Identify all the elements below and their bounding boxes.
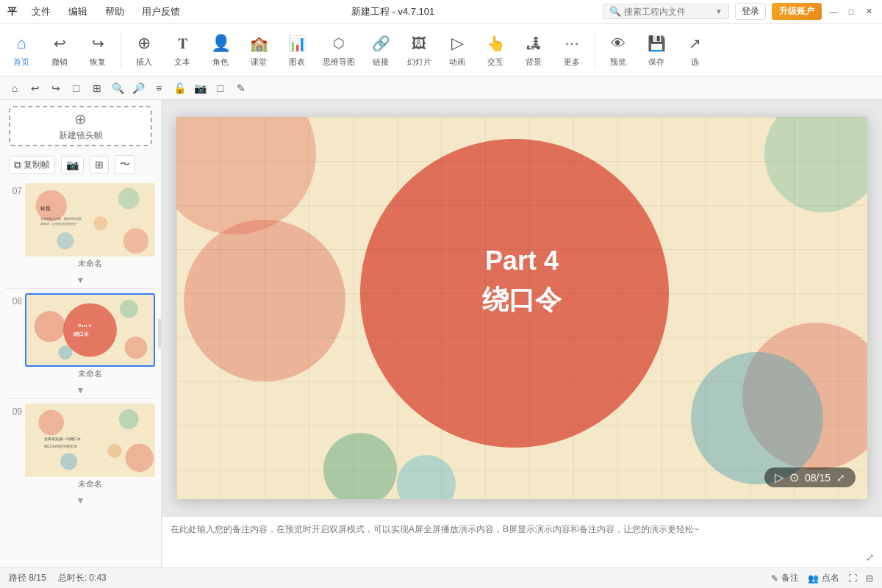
annotation-label: 备注 [781,572,799,584]
main-layout: ⊕ 新建镜头帧 ⧉ 复制帧 📷 ⊞ 〜 07 [0,100,882,567]
fullscreen-button[interactable]: ⛶ [848,573,857,584]
search-icon: 🔍 [609,6,621,17]
toolbar-animation[interactable]: ▷ 动画 [439,29,476,71]
play-icon: ▷ [775,470,784,484]
callname-button[interactable]: 👥 点名 [808,572,839,584]
toolbar-mindmap[interactable]: ⬡ 思维导图 [317,29,361,71]
toolbar-more[interactable]: ⋯ 更多 [553,29,590,71]
callname-label: 点名 [822,572,839,584]
sidebar: ⊕ 新建镜头帧 ⧉ 复制帧 📷 ⊞ 〜 07 [0,100,162,567]
toolbar-redo[interactable]: ↪ 恢复 [79,29,116,71]
upgrade-button[interactable]: 升级账户 [772,3,822,20]
counter-icon: ⊙ [789,470,799,484]
select-icon: ↗ [689,32,701,55]
annotation-button[interactable]: ✎ 备注 [771,572,799,584]
slide-expand-08[interactable]: ▼ [76,385,85,395]
slide-expand-09[interactable]: ▼ [76,495,85,506]
preview-label: 预览 [610,57,626,68]
toolbar-undo[interactable]: ↩ 撤销 [41,29,78,71]
maximize-button[interactable]: □ [845,6,857,18]
search-dropdown-icon[interactable]: ▼ [715,7,723,15]
toolbar-class[interactable]: 🏫 课堂 [240,29,277,71]
sec-list-btn[interactable]: ≡ [150,79,168,97]
sec-camera-btn[interactable]: 📷 [191,79,209,97]
toolbar-preview[interactable]: 👁 预览 [600,29,637,71]
search-box[interactable]: 🔍 ▼ [603,4,729,19]
save-icon: 💾 [648,32,666,55]
toolbar-role[interactable]: 👤 角色 [202,29,239,71]
toolbar-background[interactable]: 🏞 背景 [515,29,552,71]
sec-zoomout-btn[interactable]: 🔎 [129,79,147,97]
toolbar-home[interactable]: ⌂ 首页 [3,29,40,71]
mindmap-icon: ⬡ [333,32,345,55]
sec-grid-btn[interactable]: ⊞ [88,79,106,97]
select-label: 选 [691,57,699,68]
slide-num-07: 07 [6,183,22,196]
collapse-status-button[interactable]: ⊟ [866,573,873,584]
platform-label: 平 [7,5,17,18]
wave-tool-button[interactable]: 〜 [115,155,135,174]
svg-point-11 [35,311,65,342]
circle-bottomright-teal [691,352,823,484]
slides-list: 07 标题 在此处输入内容，预览时开启双 屏模式，让您的演示更轻松~ [0,177,161,567]
slide-label-07: 未命名 [25,257,155,270]
slide-item-09[interactable]: 09 全班来完成一句绕口令 绕口令内容示例文本 [0,401,161,494]
background-label: 背景 [526,57,542,68]
camera-tool-button[interactable]: 📷 [61,156,84,173]
new-slide-button[interactable]: ⊕ 新建镜头帧 [9,106,152,146]
sec-fwd-btn[interactable]: ↪ [47,79,65,97]
redo-icon: ↪ [92,32,104,55]
sec-home-btn[interactable]: ⌂ [6,79,24,97]
toolbar-link[interactable]: 🔗 链接 [362,29,399,71]
menu-help[interactable]: 帮助 [102,4,127,20]
sec-edit-btn[interactable]: ✎ [232,79,250,97]
menu-feedback[interactable]: 用户反馈 [139,4,183,20]
notes-expand-button[interactable]: ⤢ [866,551,875,563]
slide-expand-07[interactable]: ▼ [76,275,85,285]
role-icon: 👤 [211,32,231,55]
svg-text:标题: 标题 [40,206,51,211]
more-label: 更多 [564,57,580,68]
sec-back-btn[interactable]: ↩ [26,79,44,97]
link-label: 链接 [373,57,389,68]
insert-icon: ⊕ [137,32,151,55]
slide-canvas[interactable]: Part 4 绕口令 ▷ ⊙ 08/15 ⤢ [176,117,867,499]
circle-bottomleft-blue [397,455,456,499]
sec-lock-btn[interactable]: 🔓 [171,79,188,97]
toolbar-save[interactable]: 💾 保存 [638,29,675,71]
toolbar-slideshow[interactable]: 🖼 幻灯片 [401,29,437,71]
secondary-toolbar: ⌂ ↩ ↪ □ ⊞ 🔍 🔎 ≡ 🔓 📷 □ ✎ [0,76,882,100]
search-input[interactable] [624,7,712,17]
toolbar-insert[interactable]: ⊕ 插入 [126,29,162,71]
notes-textarea[interactable] [171,523,873,562]
svg-text:全班来完成一句绕口令: 全班来完成一句绕口令 [44,437,81,441]
main-toolbar: ⌂ 首页 ↩ 撤销 ↪ 恢复 ⊕ 插入 𝐓 文本 👤 角色 🏫 课堂 📊 图表 … [0,24,882,76]
mindmap-label: 思维导图 [323,57,355,68]
notes-area: ⤢ [162,516,882,567]
minimize-button[interactable]: — [828,6,839,18]
home-icon: ⌂ [16,32,26,55]
svg-point-4 [57,232,74,249]
app-title: 新建工程 - v4.7.101 [351,5,434,18]
collapse-status-icon: ⊟ [866,573,873,584]
toolbar-interact[interactable]: 👆 交互 [477,29,514,71]
sec-zoomin-btn[interactable]: 🔍 [109,79,126,97]
menu-edit[interactable]: 编辑 [65,4,90,20]
new-slide-icon: ⊕ [74,110,87,128]
slide-item-07[interactable]: 07 标题 在此处输入内容，预览时开启双 屏模式，让您的演示更轻松~ [0,180,161,273]
toolbar-chart[interactable]: 📊 图表 [279,29,315,71]
slide-counter-overlay: ▷ ⊙ 08/15 ⤢ [764,467,856,487]
sec-frame-btn[interactable]: □ [68,79,85,97]
toolbar-text[interactable]: 𝐓 文本 [164,29,201,71]
login-button[interactable]: 登录 [735,3,766,20]
close-button[interactable]: ✕ [863,6,875,18]
sec-rect-btn[interactable]: □ [212,79,229,97]
slide-tools: ⧉ 复制帧 📷 ⊞ 〜 [0,152,161,177]
grid-tool-button[interactable]: ⊞ [90,156,109,173]
copy-label: 复制帧 [24,159,50,171]
slide-item-08[interactable]: 08 Part 4 绕口令 未 [0,290,161,384]
toolbar-select[interactable]: ↗ 选 [676,29,713,71]
svg-point-5 [93,216,107,230]
menu-file[interactable]: 文件 [29,4,54,20]
copy-frame-button[interactable]: ⧉ 复制帧 [9,156,55,174]
